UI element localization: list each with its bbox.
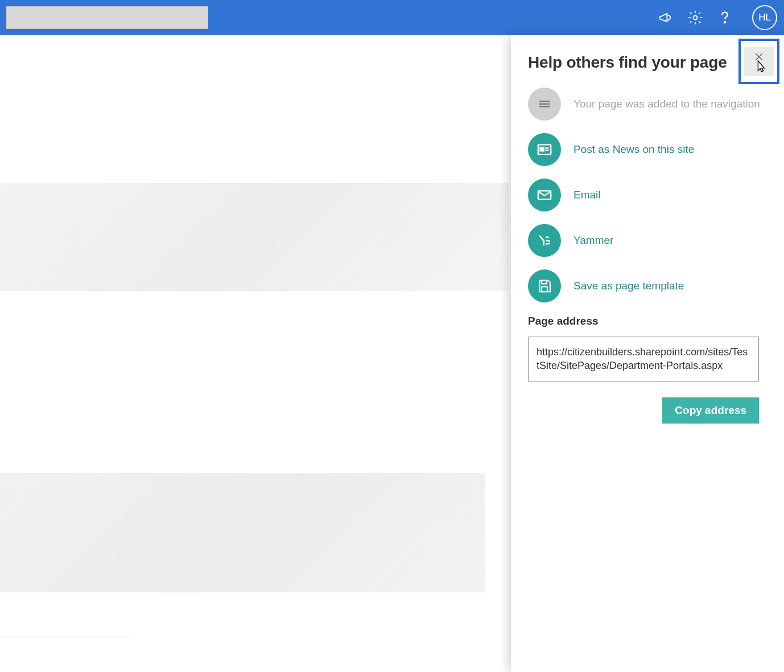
- news-icon: [528, 133, 561, 166]
- nav-added-item: Your page was added to the navigation: [528, 88, 767, 121]
- yammer-item[interactable]: Yammer: [528, 224, 767, 257]
- action-list: Your page was added to the navigation Po…: [528, 88, 767, 302]
- divider: [0, 637, 132, 637]
- email-label[interactable]: Email: [573, 188, 601, 202]
- background-image-1: [0, 183, 509, 291]
- page-address-label: Page address: [528, 315, 767, 327]
- svg-rect-8: [540, 147, 544, 151]
- header-actions: HL: [658, 5, 777, 30]
- panel-header: Help others find your page: [528, 53, 767, 72]
- main-content: Help others find your page: [0, 35, 784, 672]
- save-icon: [528, 269, 561, 302]
- yammer-label[interactable]: Yammer: [573, 234, 613, 248]
- post-as-news-label[interactable]: Post as News on this site: [573, 143, 694, 157]
- gear-icon[interactable]: [687, 10, 703, 26]
- close-button-inner[interactable]: [744, 47, 774, 76]
- help-find-page-panel: Help others find your page: [511, 35, 784, 672]
- menu-icon: [528, 88, 561, 121]
- avatar[interactable]: HL: [752, 5, 777, 30]
- svg-point-0: [694, 16, 698, 20]
- email-item[interactable]: Email: [528, 179, 767, 211]
- panel-title: Help others find your page: [528, 53, 727, 72]
- nav-added-label: Your page was added to the navigation: [573, 97, 760, 111]
- post-as-news-item[interactable]: Post as News on this site: [528, 133, 767, 166]
- svg-rect-13: [542, 287, 547, 292]
- search-input[interactable]: [6, 6, 208, 29]
- help-icon[interactable]: [717, 10, 733, 26]
- svg-point-1: [724, 22, 725, 23]
- page-address-field[interactable]: https://citizenbuilders.sharepoint.com/s…: [528, 337, 759, 381]
- yammer-icon: [528, 224, 561, 257]
- email-icon: [528, 179, 561, 211]
- app-header: HL: [0, 0, 784, 35]
- cursor-icon: [754, 59, 767, 75]
- close-button[interactable]: [738, 39, 779, 84]
- megaphone-icon[interactable]: [658, 10, 674, 26]
- svg-rect-12: [542, 280, 547, 284]
- background-image-2: [0, 473, 485, 592]
- copy-address-button[interactable]: Copy address: [662, 397, 759, 424]
- save-template-label[interactable]: Save as page template: [573, 279, 684, 293]
- save-template-item[interactable]: Save as page template: [528, 269, 767, 302]
